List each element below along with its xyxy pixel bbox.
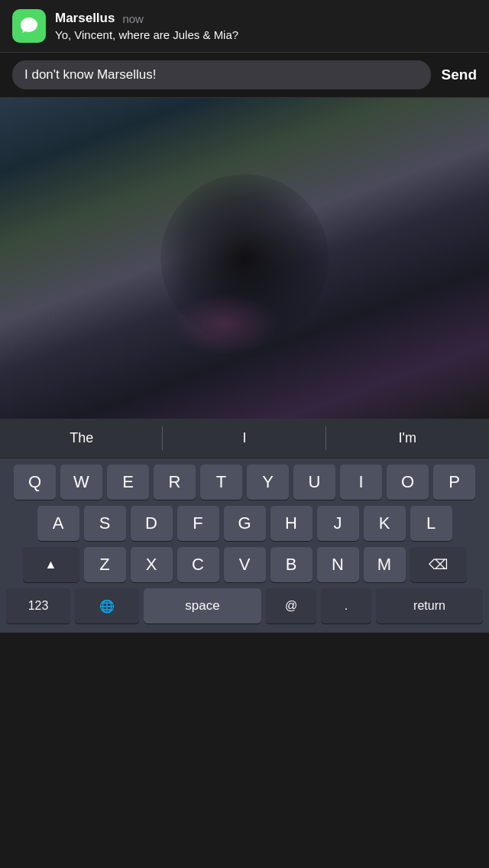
key-k[interactable]: K [364, 506, 406, 541]
space-key[interactable]: space [144, 588, 261, 623]
at-key[interactable]: @ [266, 588, 316, 623]
notification-sender: Marsellus [55, 11, 115, 26]
blurred-background [0, 98, 489, 419]
key-u[interactable]: U [293, 465, 335, 500]
keyboard-row-2: A S D F G H J K L [3, 506, 486, 541]
key-x[interactable]: X [131, 547, 173, 582]
notification-header: Marsellus now [55, 11, 477, 26]
key-l[interactable]: L [410, 506, 452, 541]
keyboard: Q W E R T Y U I O P A S D F G H J K L ▲ … [0, 458, 489, 633]
key-d[interactable]: D [131, 506, 173, 541]
key-c[interactable]: C [177, 547, 219, 582]
notification-banner: Marsellus now Yo, Vincent, where are Jul… [0, 0, 489, 53]
key-j[interactable]: J [317, 506, 359, 541]
key-t[interactable]: T [200, 465, 242, 500]
keyboard-row-1: Q W E R T Y U I O P [3, 465, 486, 500]
notification-time: now [122, 12, 144, 25]
key-i[interactable]: I [340, 465, 382, 500]
keyboard-row-3: ▲ Z X C V B N M ⌫ [3, 547, 486, 582]
notification-text: Marsellus now Yo, Vincent, where are Jul… [55, 11, 477, 41]
key-g[interactable]: G [224, 506, 266, 541]
numbers-key[interactable]: 123 [6, 588, 70, 623]
key-w[interactable]: W [60, 465, 102, 500]
key-o[interactable]: O [387, 465, 429, 500]
key-m[interactable]: M [364, 547, 406, 582]
autocomplete-bar: The I I'm [0, 419, 489, 458]
period-key[interactable]: . [321, 588, 371, 623]
key-a[interactable]: A [37, 506, 79, 541]
key-s[interactable]: S [84, 506, 126, 541]
key-n[interactable]: N [317, 547, 359, 582]
autocomplete-suggestion-2[interactable]: I [163, 419, 325, 458]
key-v[interactable]: V [224, 547, 266, 582]
notification-message: Yo, Vincent, where are Jules & Mia? [55, 28, 477, 41]
key-q[interactable]: Q [14, 465, 56, 500]
keyboard-row-4: 123 🌐 space @ . return [3, 588, 486, 623]
reply-bar: Send [0, 53, 489, 98]
key-e[interactable]: E [107, 465, 149, 500]
shift-key[interactable]: ▲ [23, 547, 79, 582]
autocomplete-suggestion-1[interactable]: The [0, 419, 163, 458]
backspace-key[interactable]: ⌫ [410, 547, 467, 582]
key-p[interactable]: P [433, 465, 475, 500]
key-z[interactable]: Z [84, 547, 126, 582]
key-y[interactable]: Y [247, 465, 289, 500]
return-key[interactable]: return [376, 588, 483, 623]
messages-icon [12, 9, 46, 43]
autocomplete-suggestion-3[interactable]: I'm [326, 419, 489, 458]
send-button[interactable]: Send [431, 66, 477, 83]
shift-icon: ▲ [45, 558, 57, 572]
globe-key[interactable]: 🌐 [75, 588, 139, 623]
key-r[interactable]: R [154, 465, 196, 500]
key-f[interactable]: F [177, 506, 219, 541]
key-h[interactable]: H [270, 506, 313, 541]
key-b[interactable]: B [270, 547, 313, 582]
reply-input[interactable] [12, 60, 431, 89]
